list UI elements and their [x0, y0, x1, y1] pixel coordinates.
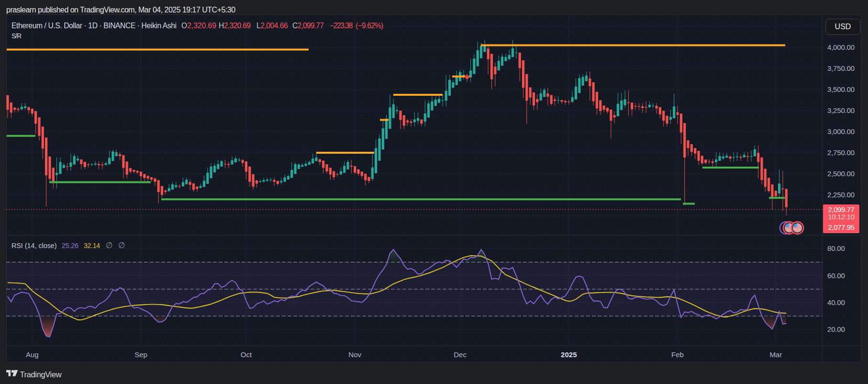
svg-text:2,500.00: 2,500.00 [827, 169, 855, 178]
svg-text:Nov: Nov [348, 350, 361, 359]
svg-text:20.00: 20.00 [827, 325, 845, 333]
svg-text:60.00: 60.00 [827, 271, 845, 280]
svg-text:Feb: Feb [671, 350, 684, 359]
svg-text:4,000.00: 4,000.00 [827, 43, 855, 51]
svg-text:Dec: Dec [454, 350, 467, 359]
svg-text:2,250.00: 2,250.00 [827, 191, 855, 199]
svg-text:Sep: Sep [134, 350, 147, 359]
svg-text:3,250.00: 3,250.00 [827, 106, 855, 114]
svg-text:Mar: Mar [769, 350, 782, 359]
svg-text:3,000.00: 3,000.00 [827, 127, 855, 136]
svg-text:2,750.00: 2,750.00 [827, 148, 855, 157]
svg-text:Oct: Oct [241, 350, 252, 359]
svg-text:2025: 2025 [561, 350, 577, 359]
svg-text:80.00: 80.00 [827, 244, 845, 252]
svg-text:40.00: 40.00 [827, 298, 845, 306]
svg-text:3,750.00: 3,750.00 [827, 64, 855, 72]
svg-text:3,500.00: 3,500.00 [827, 85, 855, 93]
svg-text:Aug: Aug [26, 350, 39, 359]
